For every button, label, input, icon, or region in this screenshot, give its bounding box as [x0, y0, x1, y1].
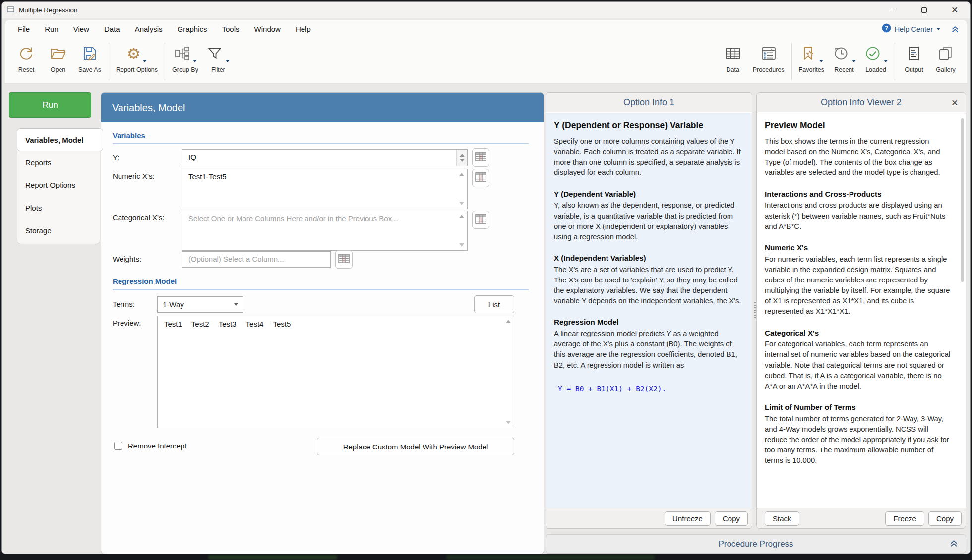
scroll-down-icon[interactable] — [506, 421, 511, 424]
numeric-x-input[interactable]: Test1-Test5 — [182, 169, 468, 209]
desktop-wallpaper-fragment — [446, 555, 655, 560]
recent-toolbar-button[interactable]: Recent — [828, 41, 860, 82]
option-info-viewer-2-panel: Option Info Viewer 2 ✕ Preview ModelThis… — [756, 92, 966, 529]
copy-button[interactable]: Copy — [715, 511, 748, 526]
procedure-progress-bar[interactable]: Procedure Progress — [546, 534, 966, 554]
menu-item-run[interactable]: Run — [37, 25, 66, 33]
y-spinner[interactable] — [456, 150, 467, 166]
procedures-toolbar-button[interactable]: Procedures — [749, 41, 789, 82]
close-button[interactable]: ✕ — [939, 2, 970, 18]
menu-item-data[interactable]: Data — [97, 25, 127, 33]
toolbar-separator — [895, 43, 895, 80]
copy-button[interactable]: Copy — [928, 511, 962, 526]
menu-item-analysis[interactable]: Analysis — [127, 25, 170, 33]
save-as-icon — [81, 45, 98, 62]
panel-close-icon[interactable]: ✕ — [949, 97, 961, 109]
toolbar-button-label: Favorites — [799, 66, 824, 73]
minimize-button[interactable] — [878, 2, 909, 18]
favorites-toolbar-button[interactable]: Favorites — [795, 41, 828, 82]
toolbar-separator — [791, 43, 792, 80]
scroll-up-icon[interactable] — [506, 320, 511, 323]
menu-item-file[interactable]: File — [10, 25, 37, 33]
maximize-button[interactable] — [909, 2, 939, 18]
collapse-panel-icon[interactable] — [949, 539, 959, 548]
output-toolbar-button[interactable]: Output — [898, 41, 930, 82]
collapse-ribbon-icon[interactable] — [951, 25, 960, 33]
info-section-body: The X's are a set of variables that are … — [554, 265, 744, 307]
terms-value: 1-Way — [163, 300, 184, 309]
scroll-up-icon[interactable] — [459, 215, 464, 218]
panel-splitter-handle[interactable] — [754, 302, 756, 319]
info-section: Numeric X'sFor numeric variables, each t… — [765, 242, 951, 317]
help-center[interactable]: ? Help Center — [882, 23, 960, 35]
sidebar-tab-plots[interactable]: Plots — [17, 197, 100, 220]
y-label: Y: — [113, 153, 119, 162]
menu-item-view[interactable]: View — [66, 25, 97, 33]
chevron-down-icon — [193, 60, 197, 62]
info-section-body: Y, also known as the dependent, response… — [554, 200, 744, 242]
scroll-down-icon[interactable] — [459, 243, 464, 247]
list-button[interactable]: List — [474, 295, 514, 313]
info-section: Limit of Number of TermsThe total number… — [765, 402, 951, 466]
chevron-down-icon — [143, 60, 147, 62]
numeric-x-column-picker-button[interactable] — [472, 169, 489, 187]
sidebar-tab-storage[interactable]: Storage — [17, 220, 100, 242]
preview-term[interactable]: Test2 — [191, 320, 209, 328]
content-area: Run Variables, ModelReportsReport Option… — [2, 84, 970, 554]
preview-term[interactable]: Test4 — [246, 320, 264, 328]
app-window: Multiple Regression ✕ FileRunViewDataAna… — [1, 1, 971, 554]
model-preview-box[interactable]: Test1Test2Test3Test4Test5 — [157, 316, 514, 428]
variables-section-title: Variables — [113, 131, 145, 140]
sidebar-tab-report-options[interactable]: Report Options — [17, 174, 100, 197]
replace-custom-model-button[interactable]: Replace Custom Model With Preview Model — [317, 438, 514, 455]
terms-dropdown[interactable]: 1-Way — [157, 296, 243, 313]
report-options-toolbar-button[interactable]: ⚙Report Options — [112, 41, 162, 82]
remove-intercept-checkbox[interactable] — [114, 442, 122, 450]
filter-toolbar-button[interactable]: Filter — [202, 41, 234, 82]
sidebar-tab-variables-model[interactable]: Variables, Model — [17, 128, 103, 151]
y-column-picker-button[interactable] — [472, 148, 489, 167]
menu-bar: FileRunViewDataAnalysisGraphicsToolsWind… — [5, 20, 967, 38]
preview-term[interactable]: Test5 — [273, 320, 291, 328]
stack-button[interactable]: Stack — [765, 511, 799, 526]
scroll-down-icon[interactable] — [459, 202, 464, 205]
menu-item-tools[interactable]: Tools — [215, 25, 247, 33]
terms-label: Terms: — [113, 300, 135, 308]
favorites-bookmark-icon — [800, 45, 817, 62]
unfreeze-button[interactable]: Unfreeze — [665, 511, 711, 526]
weights-column-picker-button[interactable] — [335, 250, 353, 269]
info-section-heading: Preview Model — [765, 119, 951, 132]
y-variable-input[interactable]: IQ — [182, 149, 468, 166]
menu-item-window[interactable]: Window — [247, 25, 288, 33]
reset-toolbar-button[interactable]: Reset — [10, 41, 42, 82]
menu-item-help[interactable]: Help — [288, 25, 318, 33]
group-by-toolbar-button[interactable]: Group By — [168, 41, 202, 82]
info-section: X (Independent Variables)The X's are a s… — [554, 253, 744, 306]
menu-item-graphics[interactable]: Graphics — [170, 25, 215, 33]
preview-label: Preview: — [113, 319, 141, 327]
toolbar-button-label: Open — [51, 66, 66, 73]
run-button[interactable]: Run — [9, 92, 91, 118]
weights-placeholder: (Optional) Select a Column... — [188, 255, 326, 263]
chevron-down-icon — [852, 60, 856, 62]
categorical-x-input[interactable]: Select One or More Columns Here and/or i… — [182, 211, 468, 251]
data-toolbar-button[interactable]: Data — [717, 41, 749, 82]
chevron-down-icon — [226, 60, 230, 62]
info-section: Interactions and Cross-ProductsInteracti… — [765, 189, 951, 232]
gear-icon: ⚙ — [127, 46, 141, 61]
option-info-viewer-2-title: Option Info Viewer 2 — [757, 93, 966, 112]
info-section: Regression ModelA linear regression mode… — [554, 317, 744, 370]
freeze-button[interactable]: Freeze — [885, 511, 924, 526]
sidebar-tab-reports[interactable]: Reports — [17, 151, 100, 174]
preview-term[interactable]: Test1 — [164, 320, 182, 328]
scroll-up-icon[interactable] — [459, 173, 464, 176]
open-toolbar-button[interactable]: Open — [42, 41, 74, 82]
viewer-scrollbar[interactable] — [961, 118, 964, 282]
toolbar-button-label: Gallery — [936, 66, 956, 73]
categorical-x-column-picker-button[interactable] — [472, 211, 489, 229]
preview-term[interactable]: Test3 — [219, 320, 237, 328]
gallery-toolbar-button[interactable]: Gallery — [930, 41, 962, 82]
weights-input[interactable]: (Optional) Select a Column... — [182, 251, 331, 268]
save-as-toolbar-button[interactable]: Save As — [74, 41, 106, 82]
loaded-toolbar-button[interactable]: Loaded — [860, 41, 892, 82]
